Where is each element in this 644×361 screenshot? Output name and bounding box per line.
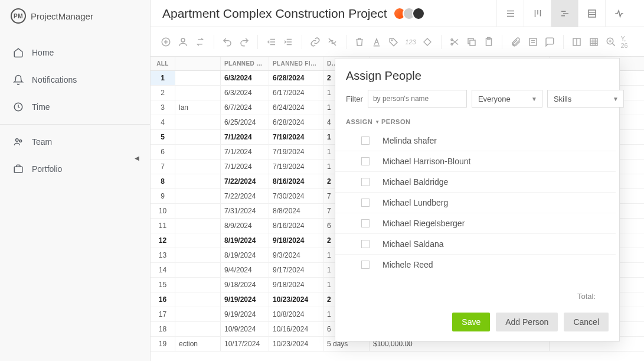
view-activity-button[interactable]: [605, 0, 632, 27]
task-name-cell[interactable]: ection: [175, 337, 221, 351]
planned-finish-cell[interactable]: 9/18/2024: [269, 233, 323, 248]
percent-button[interactable]: 123: [403, 34, 418, 50]
planned-start-cell[interactable]: 9/18/2024: [221, 278, 269, 292]
indent-button[interactable]: [281, 34, 296, 50]
zoom-button[interactable]: [603, 34, 618, 50]
col-person-label[interactable]: PERSON: [381, 118, 410, 125]
col-planned-start[interactable]: PLANNED …: [221, 57, 269, 70]
planned-finish-cell[interactable]: 10/16/2024: [269, 322, 323, 336]
view-gantt-button[interactable]: [551, 0, 578, 27]
planned-start-cell[interactable]: 9/19/2024: [221, 292, 269, 307]
person-row[interactable]: Michael Saldana: [335, 233, 616, 254]
task-name-cell[interactable]: [175, 145, 221, 159]
avatar[interactable]: [412, 7, 425, 20]
planned-start-cell[interactable]: 7/31/2024: [221, 204, 269, 218]
task-name-cell[interactable]: [175, 160, 221, 174]
note-button[interactable]: [525, 34, 540, 50]
task-name-cell[interactable]: [175, 115, 221, 129]
task-name-cell[interactable]: [175, 307, 221, 321]
col-assign-label[interactable]: ASSIGN ▼: [346, 118, 381, 125]
col-planned-finish[interactable]: PLANNED FI…: [269, 57, 323, 70]
planned-finish-cell[interactable]: 8/16/2024: [269, 219, 323, 233]
view-board-button[interactable]: [524, 0, 551, 27]
nav-time[interactable]: Time: [0, 93, 150, 121]
planned-finish-cell[interactable]: 8/8/2024: [269, 204, 323, 218]
task-name-cell[interactable]: [175, 189, 221, 203]
copy-button[interactable]: [465, 34, 479, 50]
columns-button[interactable]: [570, 34, 584, 50]
assign-checkbox[interactable]: [361, 261, 370, 269]
planned-finish-cell[interactable]: 6/28/2024: [269, 71, 323, 85]
task-name-cell[interactable]: [175, 71, 221, 85]
add-task-button[interactable]: [159, 34, 174, 50]
cut-button[interactable]: [447, 34, 462, 50]
redo-button[interactable]: [237, 34, 251, 50]
attach-button[interactable]: [508, 34, 523, 50]
unlink-button[interactable]: [325, 34, 340, 50]
assign-checkbox[interactable]: [361, 157, 370, 165]
planned-finish-cell[interactable]: 7/30/2024: [269, 189, 323, 203]
task-name-cell[interactable]: [175, 204, 221, 218]
col-all[interactable]: ALL: [151, 57, 175, 70]
nav-team[interactable]: Team: [0, 128, 150, 155]
nav-portfolio[interactable]: Portfolio: [0, 155, 150, 183]
delete-button[interactable]: [352, 34, 367, 50]
person-row[interactable]: Michele Reed: [335, 254, 616, 275]
task-name-cell[interactable]: [175, 248, 221, 262]
task-name-cell[interactable]: [175, 233, 221, 248]
task-name-cell[interactable]: [175, 278, 221, 292]
assign-checkbox[interactable]: [361, 178, 370, 186]
view-sheet-button[interactable]: [578, 0, 605, 27]
planned-start-cell[interactable]: 6/3/2024: [221, 86, 269, 100]
filter-scope-select[interactable]: Everyone ▼: [472, 90, 542, 108]
filter-input[interactable]: [368, 90, 467, 108]
planned-start-cell[interactable]: 8/19/2024: [221, 233, 269, 248]
col-name[interactable]: [175, 57, 221, 70]
planned-start-cell[interactable]: 7/1/2024: [221, 145, 269, 159]
task-name-cell[interactable]: [175, 322, 221, 336]
assign-checkbox[interactable]: [361, 219, 370, 227]
planned-start-cell[interactable]: 6/3/2024: [221, 71, 269, 85]
person-row[interactable]: Michael Baldridge: [335, 171, 616, 192]
comment-button[interactable]: [542, 34, 557, 50]
task-name-cell[interactable]: [175, 174, 221, 188]
task-name-cell[interactable]: [175, 292, 221, 307]
assign-checkbox[interactable]: [361, 136, 370, 145]
person-row[interactable]: Melinda shafer: [335, 130, 616, 151]
cancel-button[interactable]: Cancel: [564, 313, 609, 331]
text-color-button[interactable]: [369, 34, 384, 50]
add-person-button[interactable]: Add Person: [496, 313, 558, 331]
nav-notifications[interactable]: Notifications: [0, 66, 150, 93]
assign-checkbox[interactable]: [361, 240, 370, 248]
planned-start-cell[interactable]: 8/9/2024: [221, 219, 269, 233]
task-name-cell[interactable]: [175, 86, 221, 100]
task-name-cell[interactable]: [175, 219, 221, 233]
planned-start-cell[interactable]: 7/22/2024: [221, 189, 269, 203]
planned-start-cell[interactable]: 10/9/2024: [221, 322, 269, 336]
nav-home[interactable]: Home: [0, 39, 150, 66]
planned-finish-cell[interactable]: 6/17/2024: [269, 86, 323, 100]
person-row[interactable]: Michael Riegelsberger: [335, 213, 616, 233]
task-name-cell[interactable]: lan: [175, 100, 221, 115]
planned-start-cell[interactable]: 6/25/2024: [221, 115, 269, 129]
paste-button[interactable]: [481, 34, 496, 50]
planned-finish-cell[interactable]: 10/23/2024: [269, 337, 323, 351]
task-name-cell[interactable]: [175, 130, 221, 144]
planned-start-cell[interactable]: 9/19/2024: [221, 307, 269, 321]
outdent-button[interactable]: [264, 34, 279, 50]
planned-finish-cell[interactable]: 9/3/2024: [269, 248, 323, 262]
view-list-button[interactable]: [496, 0, 524, 27]
planned-start-cell[interactable]: 8/19/2024: [221, 248, 269, 262]
tag-button[interactable]: [386, 34, 401, 50]
milestone-button[interactable]: [420, 34, 435, 50]
person-row[interactable]: Michael Lundberg: [335, 192, 616, 213]
filter-skills-select[interactable]: Skills ▼: [547, 90, 624, 108]
collapse-sidebar-icon[interactable]: ◀: [135, 155, 139, 161]
planned-start-cell[interactable]: 6/7/2024: [221, 100, 269, 115]
swap-button[interactable]: [193, 34, 208, 50]
planned-finish-cell[interactable]: 10/8/2024: [269, 307, 323, 321]
link-button[interactable]: [308, 34, 323, 50]
planned-finish-cell[interactable]: 7/19/2024: [269, 160, 323, 174]
task-name-cell[interactable]: [175, 263, 221, 277]
planned-finish-cell[interactable]: 6/24/2024: [269, 100, 323, 115]
